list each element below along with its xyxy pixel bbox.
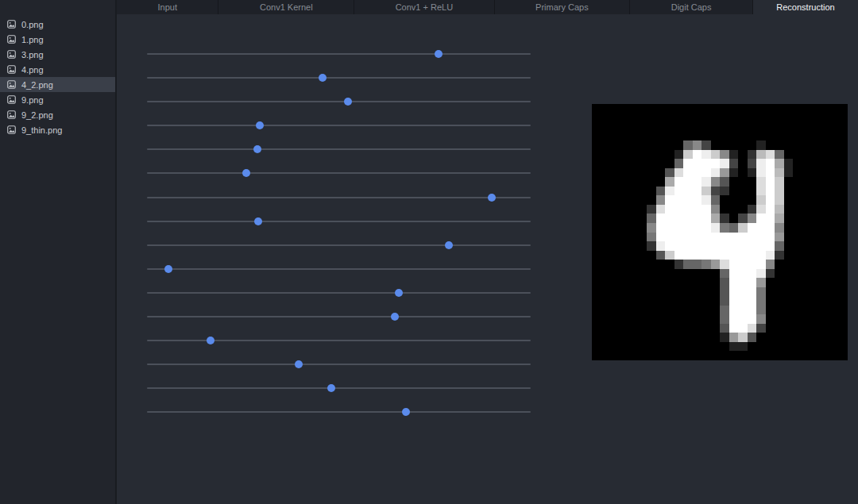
- sidebar-item-4-png[interactable]: 4.png: [0, 62, 115, 77]
- slider-handle[interactable]: [319, 74, 327, 82]
- dimension-slider-7: [147, 210, 531, 233]
- slider-handle[interactable]: [344, 98, 352, 106]
- tab-digit-caps[interactable]: Digit Caps: [630, 0, 753, 14]
- slider-handle[interactable]: [445, 241, 453, 249]
- sidebar-item-4-2-png[interactable]: 4_2.png: [0, 77, 115, 92]
- slider-track[interactable]: [147, 197, 531, 198]
- slider-track[interactable]: [147, 125, 531, 126]
- slider-handle[interactable]: [254, 217, 262, 225]
- image-icon: [7, 65, 16, 74]
- file-name: 0.png: [21, 20, 44, 29]
- slider-handle[interactable]: [242, 169, 250, 177]
- file-name: 4_2.png: [21, 80, 53, 90]
- image-icon: [7, 35, 16, 44]
- slider-handle[interactable]: [391, 313, 399, 321]
- slider-track[interactable]: [147, 172, 531, 174]
- dimension-slider-8: [147, 233, 531, 257]
- dimension-slider-5: [147, 161, 531, 185]
- image-icon: [7, 110, 16, 119]
- sidebar-item-9-2-png[interactable]: 9_2.png: [0, 107, 115, 122]
- file-name: 9_2.png: [21, 110, 53, 120]
- capsule-dimension-sliders: [147, 42, 531, 425]
- sidebar-item-3-png[interactable]: 3.png: [0, 47, 115, 62]
- file-name: 4.png: [21, 65, 44, 75]
- slider-track[interactable]: [147, 148, 531, 150]
- dimension-slider-6: [147, 186, 531, 210]
- sidebar-item-1-png[interactable]: 1.png: [0, 32, 115, 47]
- tab-input[interactable]: Input: [117, 0, 218, 14]
- slider-track[interactable]: [147, 387, 531, 389]
- image-icon: [7, 95, 16, 104]
- sidebar-item-9-thin-png[interactable]: 9_thin.png: [0, 122, 115, 137]
- sidebar-item-9-png[interactable]: 9.png: [0, 92, 115, 107]
- slider-track[interactable]: [147, 101, 531, 102]
- dimension-slider-0: [147, 42, 531, 66]
- slider-track[interactable]: [147, 316, 531, 317]
- dimension-slider-10: [147, 281, 531, 305]
- slider-handle[interactable]: [402, 408, 410, 416]
- dimension-slider-9: [147, 257, 531, 281]
- file-name: 3.png: [21, 50, 44, 60]
- slider-track[interactable]: [147, 292, 531, 294]
- dimension-slider-13: [147, 352, 531, 376]
- slider-handle[interactable]: [253, 145, 261, 153]
- dimension-slider-1: [147, 66, 531, 90]
- slider-handle[interactable]: [164, 265, 172, 273]
- dimension-slider-11: [147, 305, 531, 329]
- dimension-slider-12: [147, 329, 531, 352]
- dimension-slider-3: [147, 113, 531, 137]
- file-name: 9.png: [21, 95, 44, 105]
- dimension-slider-14: [147, 376, 531, 400]
- image-icon: [7, 50, 16, 59]
- slider-handle[interactable]: [327, 384, 335, 392]
- dimension-slider-2: [147, 90, 531, 113]
- slider-track[interactable]: [147, 77, 531, 79]
- slider-handle[interactable]: [207, 337, 214, 344]
- file-name: 9_thin.png: [21, 125, 62, 135]
- slider-handle[interactable]: [488, 194, 496, 202]
- slider-track[interactable]: [147, 221, 531, 222]
- tab-bar: InputConv1 KernelConv1 + ReLUPrimary Cap…: [117, 0, 858, 14]
- tab-reconstruction[interactable]: Reconstruction: [753, 0, 858, 14]
- file-name: 1.png: [21, 35, 44, 44]
- dimension-slider-15: [147, 400, 531, 424]
- image-icon: [7, 20, 16, 29]
- slider-handle[interactable]: [256, 121, 264, 129]
- tab-conv1-kernel[interactable]: Conv1 Kernel: [218, 0, 354, 14]
- dimension-slider-4: [147, 137, 531, 161]
- slider-track[interactable]: [147, 411, 531, 413]
- tab-conv1-relu[interactable]: Conv1 + ReLU: [354, 0, 494, 14]
- sidebar: 0.png1.png3.png4.png4_2.png9.png9_2.png9…: [0, 0, 117, 504]
- slider-track[interactable]: [147, 244, 531, 246]
- slider-track[interactable]: [147, 53, 531, 55]
- reconstruction-image: [592, 104, 848, 360]
- slider-handle[interactable]: [295, 360, 303, 368]
- tab-primary-caps[interactable]: Primary Caps: [495, 0, 631, 14]
- slider-track[interactable]: [147, 364, 531, 365]
- image-icon: [7, 80, 16, 89]
- image-icon: [7, 125, 16, 134]
- sidebar-item-0-png[interactable]: 0.png: [0, 17, 115, 32]
- slider-handle[interactable]: [435, 50, 443, 58]
- app-root: 0.png1.png3.png4.png4_2.png9.png9_2.png9…: [0, 0, 858, 504]
- slider-handle[interactable]: [395, 289, 403, 297]
- slider-track[interactable]: [147, 268, 531, 270]
- slider-track[interactable]: [147, 340, 531, 341]
